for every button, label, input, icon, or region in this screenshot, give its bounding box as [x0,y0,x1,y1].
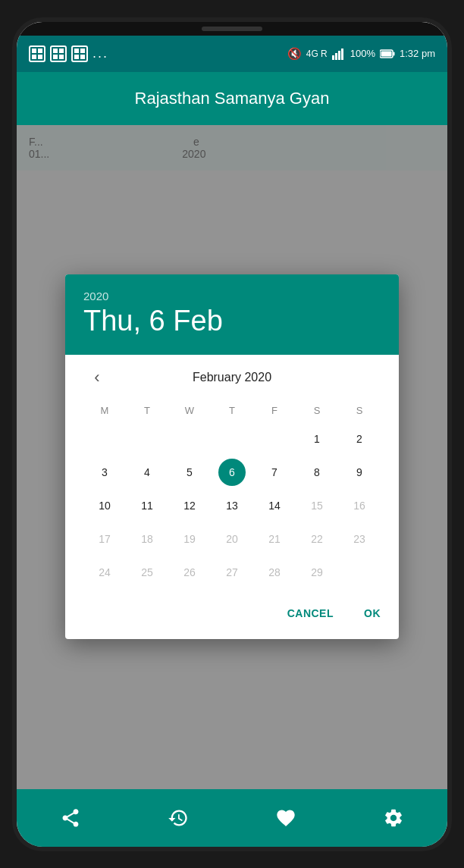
main-content: F... e 01... 2020 2020 [17,125,447,789]
bottom-nav [17,789,447,847]
svg-rect-12 [332,55,334,60]
day-14[interactable]: 14 [253,490,296,521]
day-11[interactable]: 11 [126,490,168,521]
day-10[interactable]: 10 [83,490,126,521]
grid-icon-2 [50,45,67,62]
day-empty [83,424,126,454]
date-picker-dialog: 2020 Thu, 6 Feb ‹ February 2020 › [65,274,399,640]
gear-icon [383,807,404,829]
app-bar: Rajasthan Samanya Gyan [17,72,447,125]
svg-rect-8 [74,49,79,53]
day-4[interactable]: 4 [126,457,168,487]
day-header-s2: S [338,400,381,421]
day-6-selected[interactable]: 6 [211,457,253,487]
cancel-button[interactable]: CANCEL [275,600,346,627]
day-header-t2: T [211,400,253,421]
day-5[interactable]: 5 [168,457,211,487]
status-dots: ... [92,45,108,61]
favorite-nav-item[interactable] [263,795,309,841]
day-empty [168,424,211,454]
status-left: ... [29,45,108,62]
battery-text: 100% [350,48,375,59]
day-15: 15 [296,490,338,521]
signal-icon [332,48,346,60]
day-1[interactable]: 1 [296,424,338,454]
share-nav-item[interactable] [48,795,93,841]
day-23: 23 [338,524,381,554]
day-29: 29 [296,557,338,588]
day-27: 27 [211,557,253,588]
day-13[interactable]: 13 [211,490,253,521]
notch-bar [202,27,262,31]
app-title: Rajasthan Samanya Gyan [135,89,330,108]
day-28: 28 [253,557,296,588]
day-21: 21 [253,524,296,554]
days-grid: 1 2 3 4 5 6 7 8 9 10 [83,424,381,588]
svg-rect-13 [335,53,337,60]
svg-rect-3 [38,55,42,59]
svg-rect-10 [74,55,79,59]
day-24: 24 [83,557,126,588]
svg-rect-7 [59,55,64,59]
day-20: 20 [211,524,253,554]
day-12[interactable]: 12 [168,490,211,521]
day-header-f: F [253,400,296,421]
calendar-nav: ‹ February 2020 › [83,364,381,391]
day-3[interactable]: 3 [83,457,126,487]
day-empty [126,424,168,454]
day-header-w: W [168,400,211,421]
history-nav-item[interactable] [155,795,201,841]
dialog-actions: CANCEL OK [65,588,399,639]
notch [17,22,447,36]
svg-rect-14 [338,51,340,60]
dialog-year: 2020 [83,290,381,302]
svg-rect-15 [341,49,343,60]
day-17: 17 [83,524,126,554]
grid-icon-3 [71,45,88,62]
network-text: 4G R [306,49,328,59]
ok-button[interactable]: OK [352,600,393,627]
calendar-grid: M T W T F S S [83,400,381,588]
day-18: 18 [126,524,168,554]
dialog-date-display: Thu, 6 Feb [83,306,381,337]
dialog-overlay: 2020 Thu, 6 Feb ‹ February 2020 › [17,125,447,789]
grid-icon-1 [29,45,45,62]
battery-icon [380,49,395,58]
svg-rect-0 [32,49,36,53]
svg-rect-5 [59,49,64,53]
day-empty [338,557,381,588]
svg-rect-11 [80,55,85,59]
dialog-body: ‹ February 2020 › M T W T F [65,355,399,588]
svg-rect-1 [38,49,42,53]
mute-icon: 🔇 [287,47,302,61]
time-display: 1:32 pm [400,48,435,59]
day-headers-row: M T W T F S S [83,400,381,421]
day-7[interactable]: 7 [253,457,296,487]
day-26: 26 [168,557,211,588]
svg-rect-18 [381,51,392,56]
day-8[interactable]: 8 [296,457,338,487]
status-right: 🔇 4G R 100% 1:32 pm [287,47,435,61]
day-22: 22 [296,524,338,554]
settings-nav-item[interactable] [371,795,416,841]
prev-month-button[interactable]: ‹ [83,364,111,391]
svg-rect-4 [53,49,58,53]
month-title: February 2020 [193,371,271,384]
svg-rect-6 [53,55,58,59]
day-empty [211,424,253,454]
history-icon [168,807,189,829]
day-header-s1: S [296,400,338,421]
svg-rect-17 [393,52,395,55]
share-icon [60,807,81,829]
svg-rect-2 [32,55,36,59]
day-19: 19 [168,524,211,554]
status-bar: ... 🔇 4G R 100% 1:32 pm [17,36,447,72]
day-header-t1: T [126,400,168,421]
heart-icon [275,807,296,829]
svg-rect-9 [80,49,85,53]
day-2[interactable]: 2 [338,424,381,454]
day-header-m: M [83,400,126,421]
dialog-header: 2020 Thu, 6 Feb [65,274,399,356]
day-16: 16 [338,490,381,521]
day-9[interactable]: 9 [338,457,381,487]
